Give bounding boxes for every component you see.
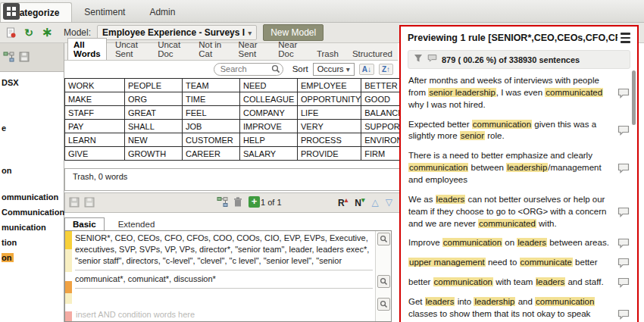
tab-uncat-sent[interactable]: Uncat Sent [110, 39, 149, 60]
filter-icon[interactable] [414, 54, 423, 65]
nav-r-icon[interactable]: R▴ [338, 196, 348, 208]
menu-icon[interactable] [617, 33, 630, 43]
document-delete-icon[interactable] [5, 27, 17, 39]
word-cell[interactable]: JOB [183, 120, 240, 133]
category-item-selected[interactable]: on [2, 253, 14, 262]
rule-and-terms[interactable]: communicat*, comunicat*, discussion* [75, 274, 373, 285]
save-icon[interactable] [19, 52, 30, 63]
refresh-icon[interactable]: ↻ [23, 27, 35, 39]
word-cell[interactable]: COLLEAGUE [240, 92, 298, 106]
word-cell[interactable]: PROCESS [298, 133, 361, 147]
app-menu-icon[interactable] [3, 3, 20, 20]
word-cell[interactable]: LEARN [65, 133, 125, 147]
comment-icon[interactable] [617, 207, 630, 217]
matched-term: leaders [536, 277, 566, 286]
word-cell[interactable]: PROVIDE [298, 147, 361, 161]
view-tab-bar: All Words Uncat Sent Uncat Doc Not in Ca… [64, 43, 398, 61]
tab-basic[interactable]: Basic [64, 217, 105, 230]
zoom-term-icon[interactable] [377, 298, 390, 311]
word-cell[interactable]: WORK [65, 79, 125, 92]
sentence-row: We as leaders can not better ourselves o… [408, 190, 630, 234]
category-item[interactable]: on [2, 166, 11, 175]
word-grid-row: GIVEGROWTHCAREERSALARYPROVIDEFIRM [65, 147, 427, 161]
sort-select[interactable]: Occurs ▾ [313, 63, 355, 76]
word-cell[interactable]: CAREER [183, 147, 240, 161]
word-cell[interactable]: GROWTH [125, 147, 183, 161]
word-cell[interactable]: TEAM [183, 79, 240, 92]
add-rule-icon[interactable]: + [249, 196, 260, 208]
category-item[interactable]: munication [2, 223, 46, 232]
comment-icon[interactable] [617, 309, 630, 320]
tab-uncat-doc[interactable]: Uncat Doc [152, 39, 190, 60]
trash-icon[interactable] [233, 196, 244, 208]
tab-near-sent[interactable]: Near Sent [233, 39, 270, 60]
word-cell[interactable]: NEW [125, 133, 183, 147]
word-cell[interactable]: ORG [125, 92, 183, 106]
word-cell[interactable]: IMPROVE [240, 120, 298, 133]
word-cell[interactable]: EMPLOYEE [298, 79, 361, 92]
category-item[interactable]: e [2, 123, 6, 133]
word-grid-row: STAFFGREATFEELCOMPANYLIFEBALANCE [65, 106, 427, 120]
word-cell[interactable]: LIFE [298, 106, 361, 120]
sort-descending-icon[interactable]: Z↑ [379, 64, 393, 75]
tab-structured[interactable]: Structured [347, 48, 398, 60]
sort-ascending-icon[interactable]: A↓ [359, 64, 374, 75]
save-icon[interactable] [69, 197, 80, 208]
comment-icon[interactable] [617, 238, 630, 249]
word-cell[interactable]: OPPORTUNITY [298, 92, 361, 106]
word-cell[interactable]: PEOPLE [125, 79, 183, 92]
hierarchy-icon[interactable] [217, 196, 228, 208]
tree-icon[interactable] [3, 52, 14, 63]
zoom-term-icon[interactable] [377, 233, 390, 245]
tab-trash[interactable]: Trash [311, 48, 344, 60]
rule-editor[interactable]: SENIOR*, CEO, CEOs, CFO, CFOs, COO, COOs… [64, 230, 392, 322]
word-cell[interactable]: TIME [183, 92, 240, 106]
model-value: Employee Experience - Surveys I [102, 27, 245, 38]
word-cell[interactable]: SHALL [125, 120, 183, 133]
save-all-icon[interactable] [84, 197, 95, 208]
word-cell[interactable]: GIVE [65, 147, 125, 161]
tab-not-in-cat[interactable]: Not in Cat [193, 39, 230, 60]
stats-bar: 879 ( 00.26 %) of 338930 sentences [408, 50, 630, 69]
matched-term: upper management [408, 258, 486, 267]
word-cell[interactable]: GREAT [125, 106, 183, 120]
word-cell[interactable]: FEEL [183, 106, 240, 120]
sentence-text: Get leaders into leadership and communic… [408, 296, 612, 322]
category-item[interactable]: Communication [2, 208, 64, 217]
word-cell[interactable]: HELP [240, 133, 298, 147]
word-cell[interactable]: CUSTOMER [183, 133, 240, 147]
preview-scrollbar[interactable] [632, 70, 636, 125]
expand-down-icon[interactable]: ▽ [386, 197, 392, 208]
expand-up-icon[interactable]: △ [371, 197, 378, 208]
comment-icon[interactable] [617, 277, 630, 288]
and-condition-placeholder[interactable]: insert AND condition words here [76, 310, 195, 319]
tab-sentiment[interactable]: Sentiment [72, 2, 137, 22]
word-cell[interactable]: STAFF [65, 106, 125, 120]
search-icon[interactable] [271, 64, 280, 76]
word-cell[interactable]: SALARY [240, 147, 298, 161]
comment-icon[interactable] [617, 88, 630, 98]
word-cell[interactable]: NEED [240, 79, 298, 92]
comment-icon[interactable] [617, 125, 630, 136]
category-item[interactable]: DSX [2, 78, 19, 87]
rule-or-terms[interactable]: SENIOR*, CEO, CEOs, CFO, CFOs, COO, COOs… [75, 233, 373, 267]
word-cell[interactable]: PAY [65, 120, 125, 133]
zoom-term-icon[interactable] [377, 275, 390, 288]
sentence-text: upper management need to communicate bet… [408, 257, 612, 269]
comment-icon[interactable] [617, 163, 630, 174]
rule-text-area[interactable]: SENIOR*, CEO, CEOs, CFO, CFOs, COO, COOs… [75, 233, 373, 289]
category-item[interactable]: tion [2, 238, 17, 247]
category-item[interactable]: ommunication [2, 192, 58, 202]
tab-near-doc[interactable]: Near Doc [273, 39, 308, 60]
comment-icon[interactable] [617, 258, 630, 268]
tab-extended[interactable]: Extended [111, 218, 163, 230]
new-item-icon[interactable]: ∗ [41, 27, 53, 39]
model-select[interactable]: Employee Experience - Surveys I ▾ [97, 25, 257, 40]
tab-all-words[interactable]: All Words [67, 38, 107, 60]
condition-divider [75, 270, 373, 270]
word-cell[interactable]: COMPANY [240, 106, 298, 120]
word-cell[interactable]: VERY [298, 120, 361, 133]
tab-admin[interactable]: Admin [137, 2, 187, 22]
word-cell[interactable]: MAKE [65, 92, 125, 106]
nav-n-icon[interactable]: N▾ [355, 196, 364, 208]
